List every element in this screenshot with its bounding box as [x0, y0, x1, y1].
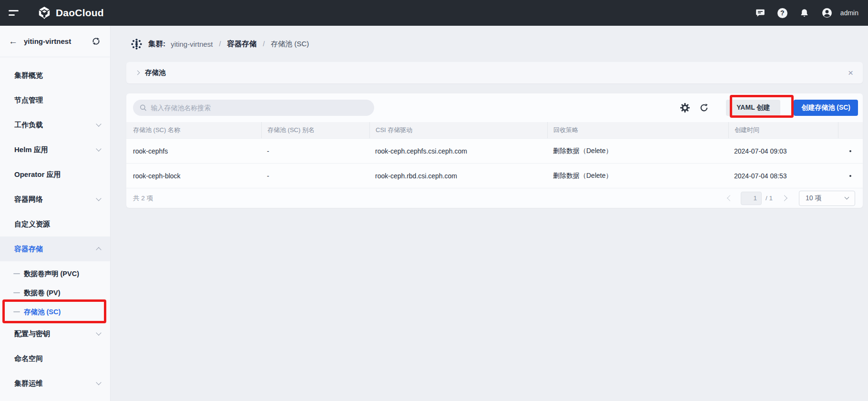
table-toolbar: YAML 创建 创建存储池 (SC) [126, 93, 863, 122]
sidebar-item-config-secrets[interactable]: 配置与密钥 [0, 321, 110, 346]
topbar: DaoCloud ? admin [0, 0, 868, 26]
menu-toggle-icon[interactable] [9, 9, 20, 17]
notifications-bell-icon[interactable] [799, 8, 809, 18]
main-content: 集群: yiting-virtnest / 容器存储 / 存储池 (SC) 存储… [111, 26, 868, 401]
table-row[interactable]: rook-ceph-block - rook-ceph.rbd.csi.ceph… [126, 163, 863, 188]
chevron-down-icon [845, 195, 849, 200]
chevron-down-icon [96, 195, 101, 201]
cell-driver: rook-ceph.cephfs.csi.ceph.com [369, 147, 547, 155]
back-icon[interactable]: ← [9, 37, 18, 46]
pagination-total: 共 2 项 [133, 194, 153, 203]
sidebar-item-container-network[interactable]: 容器网络 [0, 187, 110, 212]
page-number-input[interactable] [741, 192, 762, 205]
column-header-driver[interactable]: CSI 存储驱动 [369, 122, 547, 138]
prev-page-icon[interactable] [727, 195, 733, 201]
user-avatar-icon[interactable] [821, 7, 833, 19]
brand-name: DaoCloud [56, 7, 104, 19]
pagination-controls: / 1 10 项 [728, 191, 855, 206]
sidebar-item-pvc[interactable]: 数据卷声明 (PVC) [0, 264, 110, 283]
sidebar-item-label: Operator 应用 [14, 170, 61, 179]
help-icon[interactable]: ? [777, 8, 787, 18]
cluster-dots-icon [130, 38, 143, 51]
sidebar-cluster-name: yiting-virtnest [24, 37, 71, 45]
sidebar-header: ← yiting-virtnest [0, 26, 110, 57]
page-total-label: / 1 [766, 195, 773, 202]
cell-name: rook-ceph-block [126, 172, 261, 180]
breadcrumb-cluster-value[interactable]: yiting-virtnest [171, 40, 213, 48]
next-page-icon[interactable] [781, 195, 787, 201]
messages-icon[interactable] [755, 8, 766, 18]
yaml-create-button[interactable]: YAML 创建 [726, 100, 780, 116]
cell-policy: 删除数据（Delete） [547, 172, 728, 180]
sidebar-item-label: 工作负载 [14, 121, 43, 130]
chevron-down-icon [96, 380, 101, 385]
page-size-select[interactable]: 10 项 [799, 191, 855, 206]
sidebar-item-namespaces[interactable]: 命名空间 [0, 346, 110, 371]
kebab-menu-icon[interactable] [849, 150, 851, 152]
sidebar-item-container-storage[interactable]: 容器存储 [0, 236, 110, 261]
brand-logo[interactable]: DaoCloud [37, 6, 104, 20]
sidebar-item-label: 存储池 (SC) [24, 308, 61, 317]
dash-icon [13, 311, 20, 312]
storage-pool-card: YAML 创建 创建存储池 (SC) 存储池 (SC) 名称 存储池 (SC) … [126, 93, 863, 208]
sidebar-item-label: 自定义资源 [14, 220, 50, 229]
column-header-created[interactable]: 创建时间 [728, 122, 838, 138]
sidebar-sublist-storage: 数据卷声明 (PVC) 数据卷 (PV) 存储池 (SC) [0, 264, 110, 321]
cell-name: rook-cephfs [126, 147, 261, 155]
storage-pool-banner: 存储池 × [126, 62, 863, 83]
sidebar-item-node-management[interactable]: 节点管理 [0, 88, 110, 113]
table-row[interactable]: rook-cephfs - rook-ceph.cephfs.csi.ceph.… [126, 138, 863, 163]
dash-icon [13, 292, 20, 293]
sidebar-item-label: 节点管理 [14, 96, 43, 105]
breadcrumb-section[interactable]: 容器存储 [227, 39, 256, 49]
sidebar-item-helm-apps[interactable]: Helm 应用 [0, 137, 110, 162]
search-icon [140, 104, 147, 112]
sidebar-item-cluster-ops[interactable]: 集群运维 [0, 371, 110, 396]
sidebar-item-cluster-overview[interactable]: 集群概览 [0, 63, 110, 88]
username[interactable]: admin [840, 9, 858, 17]
sidebar-item-label: 配置与密钥 [14, 329, 50, 339]
sidebar-item-label: 集群运维 [14, 379, 43, 388]
chevron-down-icon [96, 121, 101, 126]
expand-chevron-icon[interactable] [135, 71, 140, 75]
chevron-down-icon [96, 330, 101, 335]
toolbar-actions: YAML 创建 创建存储池 (SC) [680, 100, 858, 116]
switch-cluster-icon[interactable] [92, 37, 101, 46]
kebab-menu-icon[interactable] [849, 175, 851, 177]
sidebar-item-custom-resources[interactable]: 自定义资源 [0, 212, 110, 236]
search-input[interactable] [151, 104, 368, 112]
column-header-policy[interactable]: 回收策略 [547, 122, 728, 138]
page-size-value: 10 项 [806, 194, 821, 203]
sidebar-item-sc[interactable]: 存储池 (SC) [0, 302, 110, 321]
sidebar-item-label: 数据卷 (PV) [24, 288, 61, 298]
search-box[interactable] [133, 100, 374, 116]
column-header-alias[interactable]: 存储池 (SC) 别名 [261, 122, 369, 138]
cell-alias: - [261, 172, 369, 180]
chevron-up-icon [96, 247, 101, 252]
close-icon[interactable]: × [848, 68, 853, 77]
breadcrumb-current-page: 存储池 (SC) [271, 40, 309, 49]
sidebar-item-workloads[interactable]: 工作负载 [0, 113, 110, 137]
breadcrumb-separator: / [262, 40, 266, 48]
sidebar-item-pv[interactable]: 数据卷 (PV) [0, 283, 110, 302]
column-header-name[interactable]: 存储池 (SC) 名称 [126, 122, 261, 138]
dash-icon [13, 273, 20, 274]
refresh-icon[interactable] [699, 103, 709, 113]
column-header-actions [838, 122, 863, 138]
chevron-down-icon [96, 146, 101, 151]
cell-created: 2024-07-04 09:03 [728, 147, 838, 155]
cell-driver: rook-ceph.rbd.csi.ceph.com [369, 172, 547, 180]
sidebar-item-operator-apps[interactable]: Operator 应用 [0, 162, 110, 187]
sidebar-item-label: 命名空间 [14, 354, 43, 363]
topbar-actions: ? admin [755, 7, 858, 19]
cell-created: 2024-07-04 08:53 [728, 172, 838, 180]
settings-gear-icon[interactable] [680, 103, 690, 113]
sidebar-item-label: 数据卷声明 (PVC) [24, 269, 79, 278]
sidebar-item-label: Helm 应用 [14, 145, 48, 154]
sidebar-item-label: 容器存储 [14, 245, 43, 254]
daocloud-logo-icon [37, 6, 51, 20]
cell-alias: - [261, 147, 369, 155]
breadcrumb-cluster-label: 集群: [148, 39, 165, 49]
create-storage-pool-button[interactable]: 创建存储池 (SC) [794, 100, 858, 116]
sidebar-item-label: 容器网络 [14, 195, 43, 204]
